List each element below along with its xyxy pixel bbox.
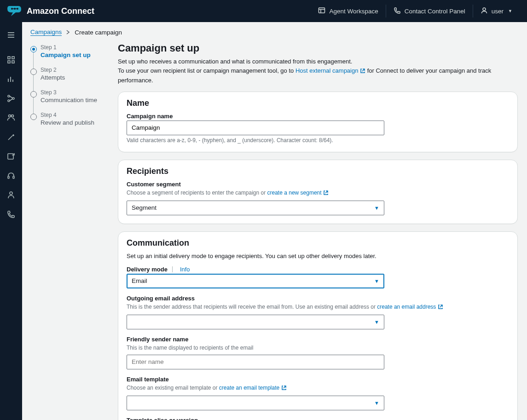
svg-point-19 (12, 98, 14, 99)
chevron-down-icon: ▼ (374, 278, 379, 284)
svg-point-17 (8, 95, 10, 97)
wizard-step-label: Step 4 (41, 112, 109, 118)
recipients-card: Recipients Customer segment Choose a seg… (118, 160, 518, 224)
delivery-mode-label: Delivery mode (127, 266, 168, 273)
wizard-step-title: Communication time (41, 97, 109, 104)
svg-rect-24 (13, 176, 14, 178)
svg-rect-22 (8, 154, 13, 159)
agent-workspace-link[interactable]: Agent Workspace (312, 4, 384, 18)
wizard-step-label: Step 2 (41, 67, 109, 73)
wizard-step-label: Step 3 (41, 89, 109, 96)
wizard-step-4[interactable]: Step 4 Review and publish (30, 112, 109, 134)
host-external-campaign-link[interactable]: Host external campaign (295, 67, 367, 74)
nav-users-icon[interactable] (1, 109, 21, 127)
nav-routing-icon[interactable] (1, 89, 21, 108)
wizard-bullet-active-icon (30, 46, 37, 52)
external-link-icon (323, 190, 329, 198)
agent-workspace-icon (318, 7, 325, 16)
user-menu[interactable]: user ▼ (474, 4, 519, 18)
svg-rect-11 (12, 57, 14, 59)
friendly-name-input[interactable] (132, 358, 379, 365)
nav-headset-icon[interactable] (1, 167, 21, 185)
side-nav (0, 22, 22, 420)
delivery-mode-info-link[interactable]: Info (180, 266, 190, 273)
nav-user2-icon[interactable] (1, 186, 21, 204)
svg-rect-3 (319, 8, 325, 13)
nav-app-icon[interactable] (1, 147, 21, 166)
breadcrumb-current: Create campaign (75, 29, 122, 36)
wizard-bullet-icon (30, 114, 37, 120)
wizard-nav: Step 1 Campaign set up Step 2 Attempts S… (30, 42, 109, 420)
create-email-template-link[interactable]: create an email template (219, 385, 287, 391)
email-template-help: Choose an existing email template or cre… (127, 384, 509, 393)
template-alias-label: Template alias or version (127, 417, 509, 420)
create-segment-link[interactable]: create a new segment (267, 190, 329, 196)
chevron-down-icon: ▼ (374, 400, 379, 406)
customer-segment-help: Choose a segment of recipients to enter … (127, 189, 509, 198)
campaign-name-label: Campaign name (127, 113, 509, 120)
communication-card: Communication Set up an initial delivery… (118, 231, 518, 420)
main-area: Campaigns Create campaign Step 1 Campaig… (22, 22, 527, 420)
outgoing-email-label: Outgoing email address (127, 295, 509, 302)
wizard-step-2[interactable]: Step 2 Attempts (30, 67, 109, 89)
svg-rect-13 (12, 61, 14, 63)
delivery-mode-value: Email (132, 277, 147, 284)
page-desc-prefix: To use your own recipient list or campai… (118, 67, 295, 74)
campaign-name-input[interactable] (132, 124, 379, 131)
name-card: Name Campaign name Valid characters are … (118, 92, 518, 152)
external-link-icon (438, 304, 443, 312)
user-icon (481, 7, 488, 16)
campaign-name-help: Valid characters are a-z, 0-9, - (hyphen… (127, 137, 509, 144)
phone-icon (394, 7, 401, 16)
email-template-label: Email template (127, 376, 509, 383)
comm-card-title: Communication (127, 238, 509, 248)
create-email-address-label: create an email address (377, 304, 436, 310)
create-segment-label: create a new segment (267, 190, 322, 196)
page-desc: Set up who receives a communication and … (118, 57, 518, 85)
wizard-step-title: Attempts (41, 74, 109, 81)
svg-rect-10 (8, 57, 10, 59)
wizard-step-title: Campaign set up (41, 52, 109, 58)
create-email-template-label: create an email template (219, 385, 279, 391)
campaign-name-input-wrap (127, 121, 384, 135)
top-header: Amazon Connect Agent Workspace Contact C… (0, 0, 527, 22)
wizard-bullet-icon (30, 91, 37, 98)
create-email-address-link[interactable]: create an email address (377, 304, 443, 310)
nav-wand-icon[interactable] (1, 128, 21, 146)
outgoing-email-select[interactable]: ▼ (127, 315, 384, 329)
customer-segment-select[interactable]: Segment ▼ (127, 201, 384, 215)
breadcrumb-campaigns[interactable]: Campaigns (30, 29, 62, 36)
svg-point-6 (483, 8, 486, 11)
segment-selected-value: Segment (132, 204, 156, 211)
delivery-mode-label-row: Delivery mode Info (127, 266, 509, 273)
wizard-step-1[interactable]: Step 1 Campaign set up (30, 44, 109, 67)
brand[interactable]: Amazon Connect (6, 4, 94, 18)
delivery-mode-select[interactable]: Email ▼ (127, 274, 384, 288)
recipients-card-title: Recipients (127, 167, 509, 176)
svg-point-25 (10, 192, 12, 195)
friendly-name-input-wrap (127, 355, 384, 369)
chevron-down-icon: ▼ (508, 9, 512, 13)
nav-analytics-icon[interactable] (1, 70, 21, 88)
nav-phone2-icon[interactable] (1, 205, 21, 224)
agent-workspace-label: Agent Workspace (329, 8, 378, 15)
wizard-step-3[interactable]: Step 3 Communication time (30, 89, 109, 112)
friendly-name-help: This is the name displayed to recipients… (127, 344, 509, 352)
svg-point-20 (9, 115, 11, 117)
nav-hamburger[interactable] (1, 26, 21, 44)
chevron-down-icon: ▼ (374, 205, 379, 211)
email-template-select[interactable]: ▼ (127, 396, 384, 410)
template-help-prefix: Choose an existing email template or (127, 385, 219, 391)
comm-card-sub: Set up an initial delivery mode to engag… (127, 253, 509, 259)
friendly-name-label: Friendly sender name (127, 336, 509, 343)
host-external-label: Host external campaign (295, 67, 359, 74)
wizard-step-label: Step 1 (41, 44, 109, 51)
external-link-icon (281, 385, 287, 393)
svg-point-18 (8, 100, 10, 102)
ccp-link[interactable]: Contact Control Panel (387, 4, 472, 18)
chevron-down-icon: ▼ (374, 319, 379, 325)
wizard-step-title: Review and publish (41, 119, 109, 126)
customer-segment-label: Customer segment (127, 181, 509, 188)
nav-dashboard-icon[interactable] (1, 51, 21, 69)
segment-help-prefix: Choose a segment of recipients to enter … (127, 190, 267, 196)
